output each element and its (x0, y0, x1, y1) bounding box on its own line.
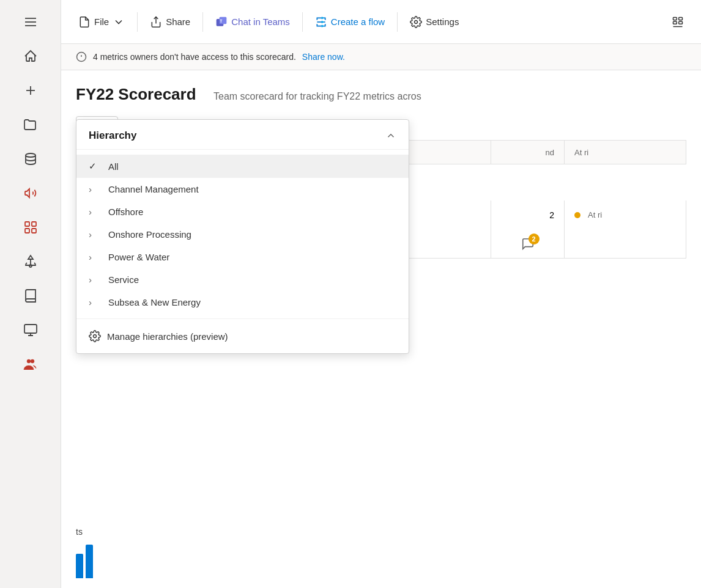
svg-text:T: T (220, 18, 222, 23)
col-status-empty (564, 229, 686, 259)
bar-1 (76, 554, 83, 578)
svg-rect-20 (673, 21, 677, 24)
sidebar-item-people[interactable] (12, 350, 49, 379)
hierarchy-dropdown: Hierarchy ✓ All › Channel Management › O… (76, 119, 409, 354)
svg-rect-6 (25, 222, 29, 226)
dropdown-collapse-icon[interactable] (385, 130, 396, 141)
sidebar-item-learn[interactable] (12, 281, 49, 311)
dropdown-item-service[interactable]: › Service (76, 268, 409, 291)
dropdown-title: Hierarchy (89, 130, 136, 142)
file-chevron-icon (113, 16, 125, 28)
dropdown-item-subsea-label: Subsea & New Energy (108, 297, 201, 307)
settings-label: Settings (426, 17, 459, 27)
share-now-link[interactable]: Share now. (302, 52, 345, 62)
view-icon (672, 16, 684, 28)
teams-icon: T (215, 16, 228, 28)
col-at-header: At ri (564, 140, 686, 164)
dropdown-header: Hierarchy (76, 120, 409, 150)
status-text: At ri (588, 210, 602, 219)
expand-icon-service: › (89, 274, 101, 285)
dropdown-footer: Manage hierarchies (preview) (76, 318, 409, 353)
manage-hierarchies-label: Manage hierarchies (preview) (107, 331, 228, 342)
toolbar-separator-4 (397, 12, 398, 32)
flow-icon (315, 16, 327, 28)
expand-icon-channel: › (89, 184, 101, 194)
dropdown-item-channel-label: Channel Management (108, 184, 199, 194)
main-content: File Share T Chat in Teams (61, 0, 701, 588)
svg-rect-19 (673, 17, 677, 20)
access-banner: 4 metrics owners don't have access to th… (61, 44, 701, 70)
toolbar-separator-2 (202, 12, 203, 32)
svg-point-18 (415, 20, 418, 23)
bottom-area: ts (76, 527, 701, 578)
settings-button[interactable]: Settings (402, 12, 466, 32)
view-button[interactable] (664, 12, 691, 32)
file-button[interactable]: File (71, 12, 132, 32)
info-icon (76, 51, 87, 62)
manage-hierarchies-button[interactable]: Manage hierarchies (preview) (89, 326, 228, 346)
dropdown-item-onshore-label: Onshore Processing (108, 229, 191, 240)
expand-icon-subsea: › (89, 297, 101, 307)
toolbar-separator-1 (137, 12, 138, 32)
sidebar-item-menu[interactable] (12, 7, 49, 37)
sidebar (0, 0, 61, 588)
svg-rect-9 (32, 229, 36, 233)
chart-area (76, 542, 701, 578)
toolbar: File Share T Chat in Teams (61, 0, 701, 44)
bottom-label: ts (76, 527, 701, 537)
dropdown-item-channel[interactable]: › Channel Management (76, 178, 409, 200)
sidebar-item-browse[interactable] (12, 110, 49, 139)
sidebar-item-create[interactable] (12, 76, 49, 105)
bar-2 (86, 545, 93, 578)
svg-rect-7 (32, 222, 36, 226)
page-subtitle: Team scorecard for tracking FY22 metrics… (213, 91, 421, 102)
teams-button[interactable]: T Chat in Teams (208, 12, 297, 32)
page-title: FY22 Scorecard (76, 85, 196, 104)
dropdown-item-offshore-label: Offshore (108, 207, 143, 217)
svg-rect-22 (679, 21, 683, 24)
comment-badge: 2 (521, 237, 535, 251)
comment-badge-cell: 2 (491, 229, 564, 259)
dropdown-item-all[interactable]: ✓ All (76, 155, 409, 178)
content-area: FY22 Scorecard Team scorecard for tracki… (61, 70, 701, 588)
dropdown-items: ✓ All › Channel Management › Offshore › … (76, 150, 409, 318)
dropdown-item-power[interactable]: › Power & Water (76, 246, 409, 268)
dropdown-item-subsea[interactable]: › Subsea & New Energy (76, 291, 409, 314)
comment-count: 2 (529, 233, 540, 244)
dropdown-item-service-label: Service (108, 274, 139, 285)
sidebar-item-home[interactable] (12, 42, 49, 71)
file-icon (78, 16, 91, 28)
svg-rect-8 (25, 229, 29, 233)
sidebar-item-publish[interactable] (12, 247, 49, 276)
col-status-value: At ri (564, 200, 686, 230)
col-nd-value: 2 (491, 200, 564, 230)
dropdown-item-onshore[interactable]: › Onshore Processing (76, 223, 409, 246)
file-label: File (94, 17, 109, 27)
sidebar-item-goals[interactable] (12, 178, 49, 208)
share-button[interactable]: Share (143, 12, 198, 32)
svg-point-13 (31, 359, 34, 363)
svg-rect-11 (24, 325, 37, 333)
dropdown-item-all-label: All (108, 161, 119, 172)
status-dot (574, 212, 580, 218)
svg-point-12 (27, 359, 31, 363)
settings-icon (410, 16, 422, 28)
title-row: FY22 Scorecard Team scorecard for tracki… (76, 85, 686, 104)
toolbar-separator-3 (302, 12, 303, 32)
sidebar-item-data[interactable] (12, 144, 49, 174)
svg-rect-21 (679, 17, 683, 20)
flow-label: Create a flow (331, 17, 385, 27)
check-icon: ✓ (89, 161, 101, 172)
col-nd-header: nd (491, 140, 564, 164)
expand-icon-power: › (89, 252, 101, 262)
dropdown-item-power-label: Power & Water (108, 252, 169, 262)
sidebar-item-apps[interactable] (12, 213, 49, 242)
expand-icon-onshore: › (89, 229, 101, 240)
sidebar-item-reports[interactable] (12, 315, 49, 345)
banner-message: 4 metrics owners don't have access to th… (93, 52, 296, 62)
dropdown-item-offshore[interactable]: › Offshore (76, 200, 409, 223)
teams-label: Chat in Teams (231, 17, 290, 27)
share-icon (150, 16, 162, 28)
flow-button[interactable]: Create a flow (308, 12, 392, 32)
gear-icon (89, 330, 101, 342)
